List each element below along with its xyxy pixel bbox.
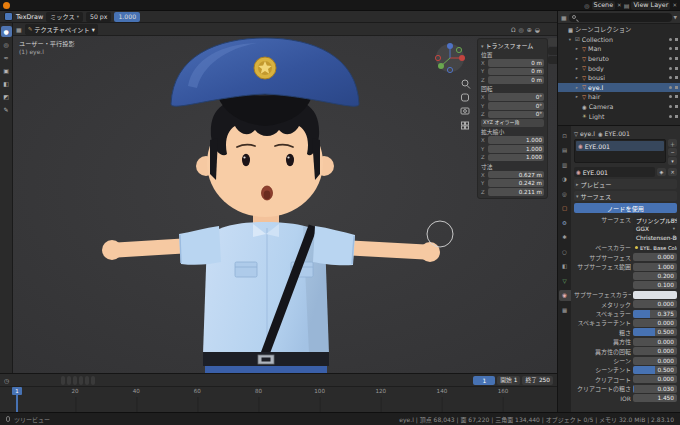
property-field[interactable]: 0.030	[633, 385, 677, 393]
overlays-icon[interactable]: ◒	[535, 26, 540, 33]
transport-button[interactable]	[85, 376, 89, 385]
surface-panel-header[interactable]: ▾ サーフェス	[574, 191, 677, 201]
current-frame-field[interactable]: 1	[473, 376, 495, 385]
property-field[interactable]: 0.375	[633, 310, 677, 318]
property-field[interactable]: 0.200	[633, 272, 677, 280]
slot-specials-icon[interactable]: ▾	[668, 157, 677, 165]
playhead[interactable]: 1	[16, 387, 18, 412]
filter-icon[interactable]: ▼	[674, 15, 677, 20]
visibility-toggle-icons[interactable]	[669, 67, 678, 70]
outliner-item[interactable]: ▸ ▽ bousi	[558, 73, 680, 83]
property-field[interactable]: 0.000	[633, 253, 677, 261]
view-layer-name[interactable]: View Layer	[631, 1, 670, 10]
transport-button[interactable]	[73, 376, 77, 385]
outliner-item[interactable]: ▸ ▽ Man	[558, 44, 680, 54]
property-field[interactable]: 0.500	[633, 328, 677, 336]
editor-type-icon[interactable]: ▦	[561, 14, 567, 21]
properties-tab[interactable]: ▤	[559, 145, 571, 156]
outliner-item[interactable]: ☀ Light	[558, 111, 680, 121]
properties-tab[interactable]: ○	[559, 246, 571, 257]
visibility-toggle-icons[interactable]	[669, 38, 678, 41]
expand-arrow-icon[interactable]: ▸	[574, 56, 580, 61]
properties-tab[interactable]: ⊡	[559, 130, 571, 141]
transform-field[interactable]: 0 m	[488, 59, 544, 67]
outliner-item[interactable]: ▸ ▽ eye.l	[558, 83, 680, 93]
visibility-toggle-icons[interactable]	[669, 105, 678, 108]
property-field[interactable]: 0.000	[633, 375, 677, 383]
visibility-toggle-icons[interactable]	[669, 115, 678, 118]
tool-button[interactable]: ◧	[1, 78, 12, 89]
tool-button[interactable]: ✎	[1, 104, 12, 115]
rotation-mode-select[interactable]: XYZ オイラー角	[481, 119, 544, 127]
fake-user-button[interactable]: ◈	[657, 168, 666, 176]
tool-button[interactable]: ▣	[1, 65, 12, 76]
transport-button[interactable]	[61, 376, 65, 385]
outliner-item[interactable]: ◉ Camera	[558, 102, 680, 112]
property-field[interactable]: 1.450	[633, 394, 677, 402]
viewport-canvas[interactable]: ユーザー・平行投影 (1) eye.l ▾ トランスフォーム 位置	[13, 36, 557, 373]
visibility-toggle-icons[interactable]	[669, 76, 678, 79]
add-slot-button[interactable]: ＋	[668, 139, 677, 147]
properties-tab[interactable]: ▽	[559, 275, 571, 286]
tool-button[interactable]: ≈	[1, 52, 12, 63]
strength-slider[interactable]: 1.000	[114, 12, 140, 22]
expand-arrow-icon[interactable]: ▸	[574, 85, 580, 90]
properties-tab[interactable]: ✱	[559, 232, 571, 243]
outliner-item[interactable]: ▸ ▽ hair	[558, 92, 680, 102]
properties-tab[interactable]: ◎	[559, 188, 571, 199]
breadcrumb-item[interactable]: ◉ EYE.001	[598, 130, 630, 137]
visibility-toggle-icons[interactable]	[669, 57, 678, 60]
expand-arrow-icon[interactable]: ▸	[574, 46, 580, 51]
preview-panel-header[interactable]: ▸ プレビュー	[574, 179, 677, 189]
brush-name[interactable]: TexDraw	[16, 13, 43, 21]
frame-start-field[interactable]: 開始 1	[497, 376, 520, 385]
unlink-material-button[interactable]: ✕	[668, 168, 677, 176]
outliner-item[interactable]: ▸ ▽ beruto	[558, 54, 680, 64]
timeline-ruler[interactable]: 20406080100120140160 1	[0, 387, 557, 412]
visibility-toggle-icons[interactable]	[669, 47, 678, 50]
material-slot[interactable]: ◉ EYE.001	[576, 141, 664, 151]
transform-field[interactable]: 0°	[488, 111, 544, 119]
property-field[interactable]: GGX	[633, 225, 677, 233]
transport-button[interactable]	[79, 376, 83, 385]
properties-tab[interactable]: ▦	[559, 304, 571, 315]
transform-field[interactable]: 0 m	[488, 76, 544, 84]
properties-tab[interactable]: ⚙	[559, 217, 571, 228]
transform-field[interactable]: 0.627 m	[488, 171, 544, 179]
blend-mode-select[interactable]: ミックス ▾	[46, 12, 83, 22]
transform-field[interactable]: 0.211 m	[488, 188, 544, 196]
property-field[interactable]: 0.000	[633, 300, 677, 308]
properties-tab[interactable]: ◑	[559, 174, 571, 185]
radius-slider[interactable]: 50 px	[86, 12, 111, 22]
tool-button[interactable]: ●	[1, 26, 12, 37]
proportional-editing-icon[interactable]: ◎	[518, 26, 523, 33]
sidebar-tab[interactable]	[548, 38, 557, 46]
transform-field[interactable]: 1.000	[488, 136, 544, 144]
property-field[interactable]: 0.000	[633, 357, 677, 365]
property-field[interactable]: 0.500	[633, 366, 677, 374]
scene-unlink-icon[interactable]: ✕	[617, 2, 622, 8]
expand-arrow-icon[interactable]: ▸	[574, 66, 580, 71]
outliner-search-input[interactable]	[569, 13, 672, 22]
property-field[interactable]: 1.000	[633, 263, 677, 271]
outliner-item[interactable]: ▸ ▽ body	[558, 63, 680, 73]
sidebar-tab[interactable]	[548, 47, 557, 55]
transform-field[interactable]: 1.000	[488, 145, 544, 153]
snap-magnet-icon[interactable]: Ω	[511, 26, 516, 33]
expand-arrow-icon[interactable]: ▸	[574, 94, 580, 99]
remove-slot-button[interactable]: −	[668, 148, 677, 156]
property-field[interactable]: EYE. Base Color.p...	[633, 244, 677, 252]
property-field[interactable]: プリンシプルBSDF	[633, 216, 677, 224]
sidebar-tab[interactable]	[548, 56, 557, 64]
scene-name[interactable]: Scene	[592, 1, 615, 10]
transform-field[interactable]: 1.000	[488, 154, 544, 162]
property-field[interactable]: Christensen-Burley	[633, 234, 677, 242]
transform-field[interactable]: 0°	[488, 102, 544, 110]
editor-type-icon[interactable]: ◷	[4, 377, 9, 384]
frame-end-field[interactable]: 終了 250	[522, 376, 553, 385]
outliner-item[interactable]: ▦ シーンコレクション	[558, 25, 680, 35]
properties-tab[interactable]: ◧	[559, 261, 571, 272]
properties-tab[interactable]: ▢	[559, 203, 571, 214]
material-name-field[interactable]: ◉ EYE.001	[574, 167, 655, 177]
expand-arrow-icon[interactable]: ▸	[574, 75, 580, 80]
